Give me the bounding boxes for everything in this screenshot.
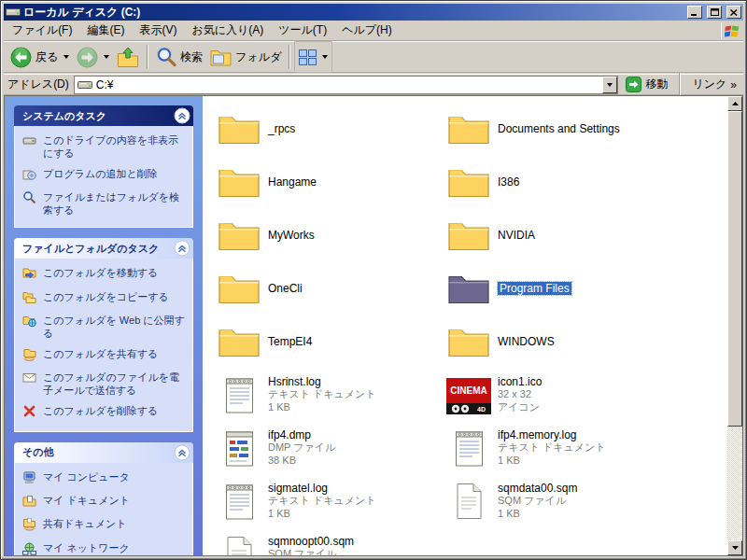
menu-tools[interactable]: ツール(T) — [271, 21, 334, 40]
task-item[interactable]: プログラムの追加と削除 — [22, 167, 189, 184]
file-column-1: _rpcsHangameMyWorksOneCliTempEI4Hsrinst.… — [216, 102, 445, 555]
forward-button[interactable] — [73, 42, 113, 72]
links-label: リンク — [692, 77, 726, 92]
task-item[interactable]: マイ ネットワーク — [22, 541, 189, 555]
address-dropdown-button[interactable] — [602, 77, 617, 93]
task-item[interactable]: ファイルまたはフォルダを検索する — [22, 190, 189, 217]
my-computer-icon — [22, 470, 37, 487]
chevron-up-icon — [174, 107, 190, 124]
task-item[interactable]: このフォルダを移動する — [22, 266, 189, 283]
folders-icon — [210, 48, 232, 66]
file-tile[interactable]: WINDOWS — [445, 315, 675, 368]
search-button[interactable]: 検索 — [152, 42, 206, 72]
file-name: NVIDIA — [498, 229, 535, 242]
close-button[interactable] — [726, 6, 741, 19]
windows-logo-icon — [721, 22, 742, 39]
task-item[interactable]: このフォルダを削除する — [22, 404, 189, 421]
scroll-down-button[interactable] — [727, 540, 742, 555]
task-label: このフォルダをコピーする — [43, 290, 169, 307]
task-item[interactable]: マイ ドキュメント — [22, 494, 189, 511]
vertical-scrollbar[interactable] — [727, 96, 742, 555]
sqm-file-icon — [216, 534, 262, 556]
file-name: _rpcs — [268, 122, 295, 135]
task-label: このフォルダのファイルを電子メールで送信する — [43, 371, 189, 398]
menu-file[interactable]: ファイル(F) — [5, 21, 79, 40]
file-text: OneCli — [268, 282, 303, 295]
up-button[interactable] — [113, 42, 143, 72]
file-size-label: 1 KB — [268, 508, 376, 521]
back-button[interactable]: 戻る — [7, 42, 73, 72]
file-tile[interactable]: I386 — [445, 155, 675, 208]
explorer-window: ローカル ディスク (C:) ファイル(F) 編集(E) 表示(V) お気に入り… — [0, 0, 747, 560]
task-item[interactable]: 共有ドキュメント — [22, 517, 189, 534]
scrollbar-thumb[interactable] — [727, 111, 742, 427]
file-tile[interactable]: MyWorks — [216, 208, 445, 261]
file-text: NVIDIA — [498, 229, 535, 242]
delete-folder-icon — [22, 404, 37, 421]
forward-dropdown-icon — [104, 55, 109, 59]
menu-edit[interactable]: 編集(E) — [79, 21, 132, 40]
task-item[interactable]: このフォルダのファイルを電子メールで送信する — [22, 371, 189, 398]
file-tile[interactable]: Program Files — [445, 261, 675, 315]
file-type-label: SQM ファイル — [268, 548, 354, 555]
file-name: MyWorks — [268, 229, 315, 242]
file-tile[interactable]: ifp4.dmpDMP ファイル38 KB — [216, 421, 445, 474]
file-tile[interactable]: _rpcs — [216, 102, 445, 155]
task-item[interactable]: このフォルダを Web に公開する — [22, 314, 189, 341]
minimize-button[interactable] — [687, 6, 702, 19]
back-icon — [10, 47, 32, 68]
dmp-file-icon — [216, 427, 262, 469]
file-text: I386 — [498, 175, 519, 189]
menu-favorites[interactable]: お気に入り(A) — [184, 21, 271, 40]
file-name: Program Files — [498, 282, 571, 295]
scrollbar-track[interactable] — [727, 111, 742, 540]
menu-help[interactable]: ヘルプ(H) — [334, 21, 400, 40]
back-label: 戻る — [35, 49, 58, 65]
file-tile[interactable]: Hsrinst.logテキスト ドキュメント1 KB — [216, 368, 445, 421]
sidebar-panel: その他マイ コンピュータマイ ドキュメント共有ドキュメントマイ ネットワーク — [14, 442, 193, 555]
file-text: WINDOWS — [498, 335, 555, 348]
file-type-label: テキスト ドキュメント — [268, 388, 376, 401]
task-pane-sidebar: システムのタスクこのドライブの内容を非表示にするプログラムの追加と削除ファイルま… — [5, 96, 203, 555]
address-input[interactable]: C:¥ — [74, 76, 619, 94]
file-tile[interactable]: sqmdata00.sqmSQM ファイル1 KB — [445, 474, 675, 527]
file-tile[interactable]: sqmnoopt00.sqmSQM ファイル1 KB — [216, 527, 445, 555]
file-tile[interactable]: NVIDIA — [445, 208, 675, 261]
ico-thumbnail-icon: CINEMA4D — [445, 375, 492, 414]
file-text: MyWorks — [268, 229, 315, 242]
task-item[interactable]: このドライブの内容を非表示にする — [22, 133, 189, 161]
panel-header[interactable]: システムのタスク — [14, 105, 193, 126]
task-item[interactable]: このフォルダをコピーする — [22, 290, 189, 307]
links-button[interactable]: リンク » — [689, 77, 740, 92]
file-name: WINDOWS — [498, 335, 555, 348]
file-size-label: 1 KB — [498, 455, 606, 468]
file-text: Hsrinst.logテキスト ドキュメント1 KB — [268, 375, 376, 414]
folder-up-icon — [117, 47, 139, 68]
file-tile[interactable]: Documents and Settings — [445, 102, 675, 155]
file-tile[interactable]: ifp4.memory.logテキスト ドキュメント1 KB — [445, 421, 675, 474]
menu-view[interactable]: 表示(V) — [132, 21, 184, 40]
file-tile[interactable]: OneCli — [216, 261, 445, 315]
file-tile[interactable]: sigmatel.logテキスト ドキュメント1 KB — [216, 474, 445, 527]
panel-title: その他 — [22, 445, 54, 459]
file-tile[interactable]: Hangame — [216, 155, 445, 208]
panel-header[interactable]: ファイルとフォルダのタスク — [14, 238, 193, 259]
task-label: マイ コンピュータ — [43, 470, 130, 487]
folder-icon — [216, 324, 262, 358]
maximize-button[interactable] — [707, 6, 722, 19]
task-item[interactable]: マイ コンピュータ — [22, 470, 189, 487]
file-tile[interactable]: TempEI4 — [216, 315, 445, 368]
folder-icon — [216, 164, 262, 199]
go-button[interactable]: 移動 — [623, 77, 670, 92]
toolbar: 戻る 検索 フォルダ — [4, 41, 743, 73]
toolbar-separator — [147, 45, 148, 69]
views-button[interactable] — [294, 41, 332, 73]
file-name: sqmnoopt00.sqm — [268, 535, 354, 548]
folders-button[interactable]: フォルダ — [206, 42, 285, 72]
task-item[interactable]: このフォルダを共有する — [22, 347, 189, 364]
scroll-up-button[interactable] — [727, 96, 742, 111]
file-tile[interactable]: CINEMA4Dicon1.ico32 x 32アイコン — [445, 368, 675, 421]
panel-header[interactable]: その他 — [14, 442, 193, 463]
address-value: C:¥ — [96, 78, 114, 91]
forward-icon — [77, 47, 98, 68]
